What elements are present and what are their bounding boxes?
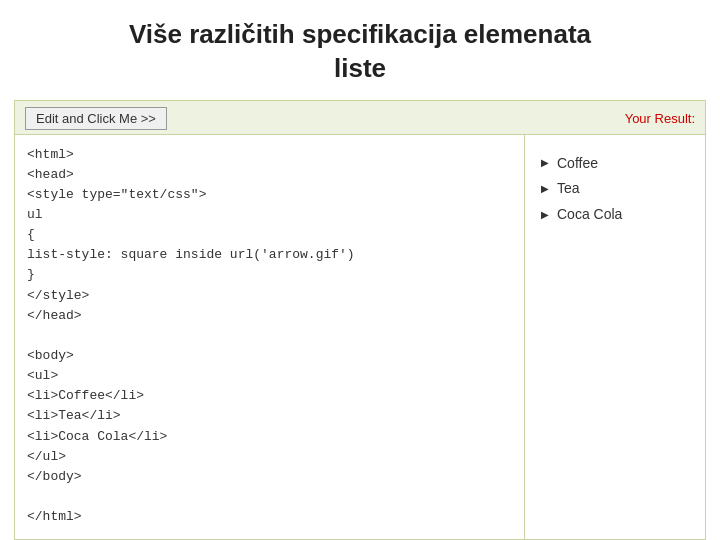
code-panel[interactable]: <html> <head> <style type="text/css"> ul… [15, 135, 525, 539]
page-title: Više različitih specifikacija elemenata … [0, 0, 720, 100]
top-bar: Edit and Click Me >> Your Result: [15, 101, 705, 134]
result-list: CoffeeTeaCoca Cola [541, 151, 689, 228]
title-line1: Više različitih specifikacija elemenata [129, 19, 591, 49]
list-item: Tea [541, 176, 689, 202]
content-area: <html> <head> <style type="text/css"> ul… [15, 134, 705, 539]
result-panel: CoffeeTeaCoca Cola [525, 135, 705, 539]
list-item: Coffee [541, 151, 689, 177]
your-result-label: Your Result: [625, 111, 695, 126]
list-item: Coca Cola [541, 202, 689, 228]
edit-click-button[interactable]: Edit and Click Me >> [25, 107, 167, 130]
main-container: Edit and Click Me >> Your Result: <html>… [14, 100, 706, 540]
title-line2: liste [334, 53, 386, 83]
